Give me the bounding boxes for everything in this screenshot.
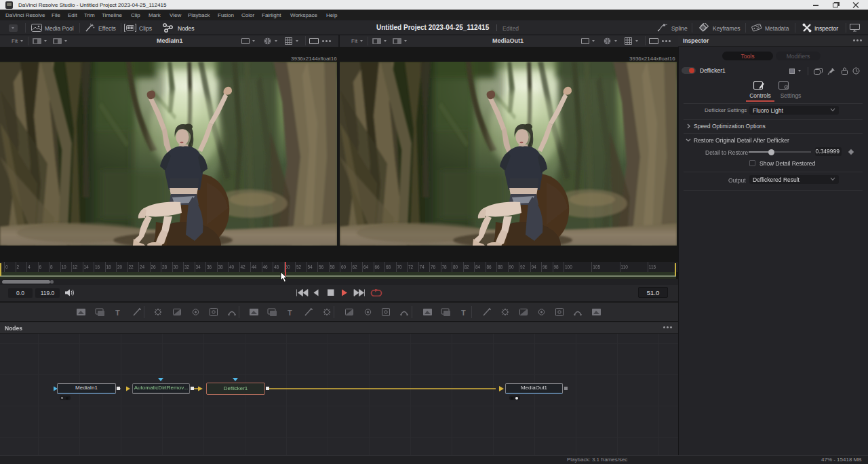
svg-text:T: T [461,309,466,317]
svg-text:T: T [288,309,292,317]
svg-text:T: T [115,309,120,317]
